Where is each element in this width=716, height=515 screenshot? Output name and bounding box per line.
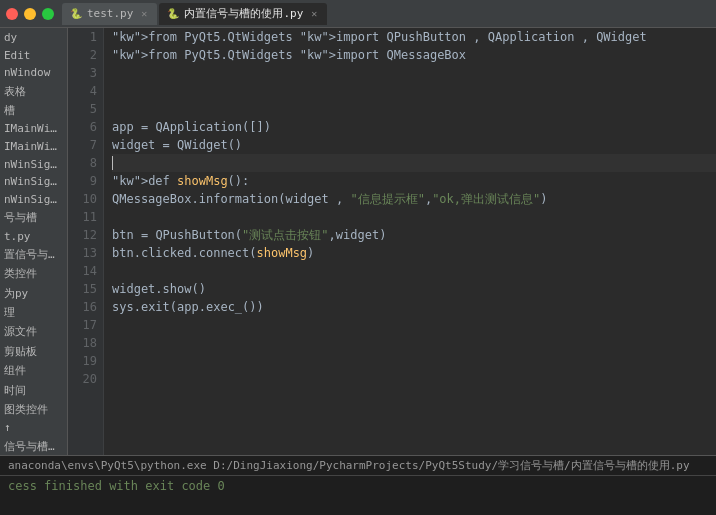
line-number-18: 18 [68, 334, 97, 352]
sidebar-item-types[interactable]: 类控件 [0, 263, 67, 282]
sidebar: dyEditnWindow表格槽IMainWinSignaIMainWinSig… [0, 28, 68, 455]
code-line-11 [112, 208, 716, 226]
line-numbers: 1234567891011121314151617181920 [68, 28, 104, 455]
run-path: anaconda\envs\PyQt5\python.exe D:/DingJi… [0, 456, 716, 476]
main-layout: dyEditnWindow表格槽IMainWinSignaIMainWinSig… [0, 28, 716, 455]
line-number-4: 4 [68, 82, 97, 100]
sidebar-item-signal4[interactable]: nWinSignalSlc [0, 172, 67, 190]
sidebar-item-figure[interactable]: 图类控件 [0, 399, 67, 418]
code-line-6: app = QApplication([]) [112, 118, 716, 136]
line-number-11: 11 [68, 208, 97, 226]
sidebar-item-signal2[interactable]: IMainWinSigna [0, 137, 67, 155]
sidebar-item-signal1[interactable]: IMainWinSigna [0, 119, 67, 137]
code-line-8 [112, 154, 716, 172]
sidebar-item-view[interactable]: nWindow [0, 63, 67, 81]
sidebar-item-forpy[interactable]: 为py [0, 283, 67, 302]
code-area: 1234567891011121314151617181920 "kw">fro… [68, 28, 716, 455]
py-file-icon: 🐍 [70, 8, 82, 19]
code-line-10: QMessageBox.information(widget , "信息提示框"… [112, 190, 716, 208]
line-number-14: 14 [68, 262, 97, 280]
tab-close-icon[interactable]: ✕ [311, 8, 317, 19]
sidebar-item-project[interactable]: dy [0, 28, 67, 46]
code-line-7: widget = QWidget() [112, 136, 716, 154]
py-file-icon: 🐍 [167, 8, 179, 19]
line-number-5: 5 [68, 100, 97, 118]
maximize-btn[interactable] [42, 8, 54, 20]
code-line-16: sys.exit(app.exec_()) [112, 298, 716, 316]
code-line-13: btn.clicked.connect(showMsg) [112, 244, 716, 262]
tab-test[interactable]: 🐍 test.py ✕ [62, 3, 157, 25]
sidebar-item-files[interactable]: 组件 [0, 360, 67, 379]
bottom-panel: anaconda\envs\PyQt5\python.exe D:/DingJi… [0, 455, 716, 515]
sidebar-item-signal6[interactable]: 号与槽 [0, 207, 67, 226]
line-number-12: 12 [68, 226, 97, 244]
code-line-4 [112, 82, 716, 100]
code-line-2: "kw">from PyQt5.QtWidgets "kw">import QM… [112, 46, 716, 64]
tab-bar: 🐍 test.py ✕🐍 内置信号与槽的使用.py ✕ [62, 3, 710, 25]
sidebar-item-testpy[interactable]: t.py [0, 227, 67, 245]
sidebar-item-tables[interactable]: 表格 [0, 81, 67, 100]
tab-signals[interactable]: 🐍 内置信号与槽的使用.py ✕ [159, 3, 327, 25]
window-controls [6, 8, 54, 20]
run-output: cess finished with exit code 0 [0, 476, 716, 515]
text-cursor [112, 156, 113, 170]
tab-label: 内置信号与槽的使用.py [184, 6, 303, 21]
line-number-16: 16 [68, 298, 97, 316]
line-number-9: 9 [68, 172, 97, 190]
tab-close-icon[interactable]: ✕ [141, 8, 147, 19]
sidebar-item-arrow[interactable]: ↑ [0, 418, 67, 436]
code-line-18 [112, 334, 716, 352]
line-number-6: 6 [68, 118, 97, 136]
code-line-15: widget.show() [112, 280, 716, 298]
sidebar-item-signalbottom[interactable]: 信号与槽的使用 [0, 436, 67, 455]
code-lines[interactable]: "kw">from PyQt5.QtWidgets "kw">import QP… [104, 28, 716, 455]
minimize-btn[interactable] [24, 8, 36, 20]
line-number-3: 3 [68, 64, 97, 82]
sidebar-item-clipboard[interactable]: 剪贴板 [0, 341, 67, 360]
close-btn[interactable] [6, 8, 18, 20]
code-line-19 [112, 352, 716, 370]
line-number-17: 17 [68, 316, 97, 334]
code-line-20 [112, 370, 716, 388]
code-line-9: "kw">def showMsg(): [112, 172, 716, 190]
code-line-1: "kw">from PyQt5.QtWidgets "kw">import QP… [112, 28, 716, 46]
sidebar-item-edit[interactable]: Edit [0, 46, 67, 64]
sidebar-item-signal5[interactable]: nWinSignalSlc [0, 190, 67, 208]
output-text: cess finished with exit code 0 [8, 479, 225, 493]
sidebar-item-source[interactable]: 源文件 [0, 321, 67, 340]
code-line-12: btn = QPushButton("测试点击按钮",widget) [112, 226, 716, 244]
tab-label: test.py [87, 7, 133, 20]
line-number-7: 7 [68, 136, 97, 154]
sidebar-item-time[interactable]: 时间 [0, 380, 67, 399]
code-line-3 [112, 64, 716, 82]
sidebar-item-signal3[interactable]: nWinSignalSlc [0, 155, 67, 173]
sidebar-item-slots[interactable]: 槽 [0, 100, 67, 119]
sidebar-item-manage[interactable]: 理 [0, 302, 67, 321]
line-number-20: 20 [68, 370, 97, 388]
line-number-13: 13 [68, 244, 97, 262]
line-number-15: 15 [68, 280, 97, 298]
line-number-8: 8 [68, 154, 97, 172]
sidebar-item-signaluse[interactable]: 置信号与槽的使用 [0, 244, 67, 263]
title-bar: 🐍 test.py ✕🐍 内置信号与槽的使用.py ✕ [0, 0, 716, 28]
code-editor[interactable]: 1234567891011121314151617181920 "kw">fro… [68, 28, 716, 455]
line-number-19: 19 [68, 352, 97, 370]
code-line-17 [112, 316, 716, 334]
code-line-14 [112, 262, 716, 280]
line-number-1: 1 [68, 28, 97, 46]
line-number-10: 10 [68, 190, 97, 208]
code-line-5 [112, 100, 716, 118]
line-number-2: 2 [68, 46, 97, 64]
